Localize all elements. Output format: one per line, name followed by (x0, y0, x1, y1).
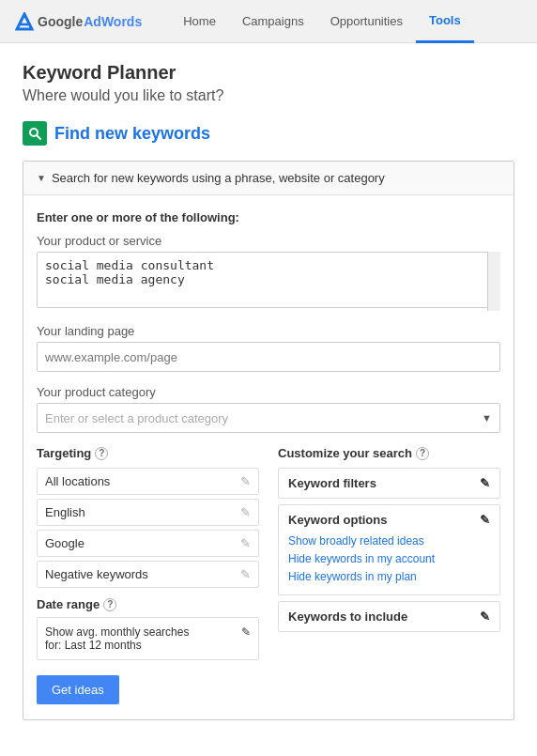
targeting-negative-keywords-label: Negative keywords (45, 567, 148, 581)
keyword-filters-title: Keyword filters ✎ (288, 476, 490, 490)
date-range-text: Show avg. monthly searches for: Last 12 … (45, 625, 189, 652)
keywords-to-include-box: Keywords to include ✎ (278, 601, 500, 632)
landing-page-section: Your landing page (37, 324, 500, 385)
targeting-help-icon[interactable]: ? (95, 447, 108, 460)
google-logo-icon (15, 12, 34, 31)
card-header[interactable]: ▼ Search for new keywords using a phrase… (23, 162, 514, 195)
keyword-options-box: Keyword options ✎ Show broadly related i… (278, 504, 500, 595)
form-section-title: Enter one or more of the following: (37, 210, 500, 224)
card-header-text: Search for new keywords using a phrase, … (52, 171, 385, 185)
nav-opportunities[interactable]: Opportunities (317, 0, 416, 43)
hide-keywords-account-link[interactable]: Hide keywords in my account (288, 550, 490, 568)
main-content: Keyword Planner Where would you like to … (0, 43, 537, 754)
edit-negative-keywords-icon[interactable]: ✎ (240, 567, 251, 581)
product-input[interactable]: social media consultant social media age… (37, 252, 500, 308)
date-range-label: Date range ? (37, 597, 259, 611)
collapse-arrow-icon: ▼ (37, 173, 46, 183)
svg-marker-0 (17, 14, 32, 29)
logo-area: Google AdWords (15, 12, 142, 31)
keyword-options-content: Show broadly related ideas Hide keywords… (288, 532, 490, 587)
targeting-language-label: English (45, 505, 85, 519)
edit-locations-icon[interactable]: ✎ (240, 474, 251, 488)
targeting-label: Targeting ? (37, 446, 259, 460)
nav-home[interactable]: Home (170, 0, 229, 43)
targeting-locations-label: All locations (45, 474, 110, 488)
product-label: Your product or service (37, 234, 500, 248)
svg-line-3 (37, 135, 40, 139)
keyword-filters-box: Keyword filters ✎ (278, 468, 500, 499)
find-keywords-label: Find new keywords (54, 124, 210, 144)
scrollbar (487, 252, 500, 311)
edit-keyword-filters-icon[interactable]: ✎ (480, 476, 490, 490)
targeting-customize-section: Targeting ? All locations ✎ English ✎ Go… (37, 446, 500, 660)
targeting-language[interactable]: English ✎ (37, 499, 259, 526)
find-new-keywords-btn[interactable]: Find new keywords (23, 121, 514, 146)
landing-page-label: Your landing page (37, 324, 500, 338)
product-service-section: Your product or service social media con… (37, 234, 500, 311)
keyword-options-title: Keyword options ✎ (288, 513, 490, 527)
show-broadly-related-link[interactable]: Show broadly related ideas (288, 532, 490, 550)
category-placeholder: Enter or select a product category (45, 411, 228, 425)
dropdown-icon: ▼ (482, 412, 492, 424)
get-ideas-button[interactable]: Get ideas (37, 675, 119, 704)
hide-keywords-plan-link[interactable]: Hide keywords in my plan (288, 568, 490, 586)
targeting-network[interactable]: Google ✎ (37, 530, 259, 557)
edit-language-icon[interactable]: ✎ (240, 505, 251, 519)
date-range-text2: for: Last 12 months (45, 639, 142, 652)
edit-keyword-options-icon[interactable]: ✎ (480, 513, 490, 527)
nav-links: Home Campaigns Opportunities Tools (170, 0, 522, 43)
targeting-locations[interactable]: All locations ✎ (37, 468, 259, 495)
header: Google AdWords Home Campaigns Opportunit… (0, 0, 537, 43)
date-range-item[interactable]: Show avg. monthly searches for: Last 12 … (37, 617, 259, 660)
customize-label: Customize your search ? (278, 446, 500, 460)
edit-network-icon[interactable]: ✎ (240, 536, 251, 550)
card-body: Enter one or more of the following: Your… (23, 195, 514, 719)
category-label: Your product category (37, 385, 500, 399)
keywords-to-include-title: Keywords to include ✎ (288, 609, 490, 624)
date-range-text1: Show avg. monthly searches (45, 625, 189, 639)
product-category-section: Your product category Enter or select a … (37, 385, 500, 433)
category-select[interactable]: Enter or select a product category ▼ (37, 403, 500, 433)
customize-section: Customize your search ? Keyword filters … (278, 446, 500, 660)
page-title: Keyword Planner (23, 62, 514, 84)
date-range-help-icon[interactable]: ? (103, 598, 116, 611)
targeting-negative-keywords[interactable]: Negative keywords ✎ (37, 561, 259, 588)
page-subtitle: Where would you like to start? (23, 87, 514, 104)
search-icon (23, 121, 47, 146)
targeting-section: Targeting ? All locations ✎ English ✎ Go… (37, 446, 259, 660)
landing-page-input[interactable] (37, 342, 500, 372)
nav-tools[interactable]: Tools (416, 0, 474, 43)
customize-help-icon[interactable]: ? (416, 447, 429, 460)
search-card: ▼ Search for new keywords using a phrase… (23, 161, 514, 720)
nav-campaigns[interactable]: Campaigns (229, 0, 317, 43)
product-input-wrapper: social media consultant social media age… (37, 252, 500, 311)
edit-date-range-icon[interactable]: ✎ (241, 625, 251, 639)
edit-keywords-include-icon[interactable]: ✎ (480, 609, 490, 624)
targeting-network-label: Google (45, 536, 84, 550)
